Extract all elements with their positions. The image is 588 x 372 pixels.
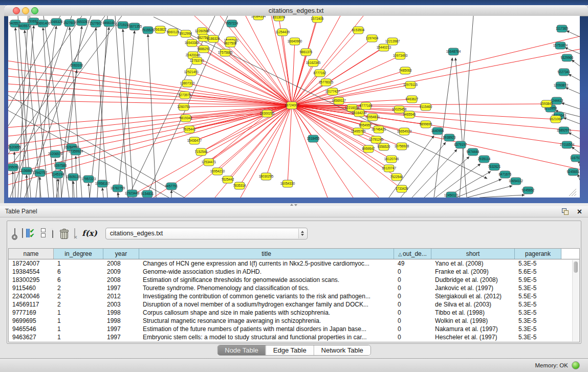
table-cell[interactable]: Genome-wide association studies in ADHD.: [139, 268, 394, 276]
table-row[interactable]: 977716911998Corpus callosum shape and si…: [9, 309, 579, 317]
select-all-icon[interactable]: ✔✔: [30, 229, 34, 238]
table-row[interactable]: 911546021997Tourette syndrome. Phenomeno…: [9, 284, 579, 292]
table-cell[interactable]: 1997: [103, 333, 139, 341]
table-cell[interactable]: 1: [54, 259, 103, 268]
table-row[interactable]: 969969511998Structural magnetic resonanc…: [9, 317, 579, 325]
table-cell[interactable]: 0: [394, 325, 431, 333]
table-cell[interactable]: 9699695: [9, 317, 54, 325]
table-row[interactable]: 1456911722003Disruption of a novel membe…: [9, 300, 579, 309]
column-header-pagerank[interactable]: pagerank: [515, 249, 561, 259]
table-cell[interactable]: 0: [394, 333, 431, 341]
table-cell[interactable]: Dudbridge et al. (2008): [431, 276, 515, 284]
column-header-title[interactable]: title: [139, 249, 394, 259]
column-header-name[interactable]: name: [9, 249, 54, 259]
table-cell[interactable]: 1: [54, 317, 103, 325]
tab-network-table[interactable]: Network Table: [314, 345, 371, 355]
vertical-scrollbar[interactable]: [572, 260, 579, 341]
table-cell[interactable]: 2: [54, 284, 103, 292]
table-row[interactable]: 946554611997Estimation of the future num…: [9, 325, 579, 333]
table-cell[interactable]: Franke et al. (2009): [431, 268, 515, 276]
scrollbar-thumb[interactable]: [574, 261, 578, 273]
table-row[interactable]: 2242004622012Investigating the contribut…: [9, 292, 579, 300]
table-cell[interactable]: 19384554: [9, 268, 54, 276]
delete-icon[interactable]: [60, 229, 68, 238]
table-cell[interactable]: 1: [54, 325, 103, 333]
new-document-icon[interactable]: [52, 229, 53, 238]
table-cell[interactable]: Structural magnetic resonance image aver…: [139, 317, 394, 325]
column-header-year[interactable]: year: [103, 249, 139, 259]
table-cell[interactable]: 1998: [103, 309, 139, 317]
table-cell[interactable]: 5.3E-5: [515, 325, 561, 333]
table-cell[interactable]: 18300295: [9, 276, 54, 284]
table-cell[interactable]: Disruption of a novel member of a sodium…: [139, 300, 394, 309]
table-cell[interactable]: 2: [54, 300, 103, 309]
table-cell[interactable]: 5.3E-5: [515, 284, 561, 292]
table-row[interactable]: 1872400712008Changes of HCN gene express…: [9, 259, 579, 268]
table-cell[interactable]: Hescheler et al. (1997): [431, 333, 515, 341]
table-cell[interactable]: 2003: [103, 300, 139, 309]
table-cell[interactable]: 5.3E-5: [515, 259, 561, 268]
resize-grip-icon[interactable]: [574, 194, 576, 196]
table-cell[interactable]: 9115460: [9, 284, 54, 292]
table-cell[interactable]: 0: [394, 268, 431, 276]
table-cell[interactable]: de Silva et al. (2003): [431, 300, 515, 309]
table-cell[interactable]: 2008: [103, 276, 139, 284]
column-header-in_degree[interactable]: in_degree: [54, 249, 103, 259]
column-header-short[interactable]: short: [431, 249, 515, 259]
deselect-all-icon[interactable]: [41, 228, 46, 238]
table-cell[interactable]: 6: [54, 276, 103, 284]
table-cell[interactable]: 9465546: [9, 325, 54, 333]
table-cell[interactable]: 0: [394, 300, 431, 309]
table-cell[interactable]: 1997: [103, 284, 139, 292]
table-settings-icon[interactable]: [14, 229, 15, 238]
table-cell[interactable]: 18724007: [9, 259, 54, 268]
table-cell[interactable]: Corpus callosum shape and size in male p…: [139, 309, 394, 317]
table-cell[interactable]: Estimation of the future numbers of pati…: [139, 325, 394, 333]
table-cell[interactable]: Tibbo et al. (1998): [431, 309, 515, 317]
table-cell[interactable]: 2009: [103, 268, 139, 276]
function-builder-icon[interactable]: f(x): [82, 229, 97, 238]
table-cell[interactable]: Changes of HCN gene expression and I(f) …: [139, 259, 394, 268]
column-select-icon[interactable]: [22, 229, 23, 238]
table-cell[interactable]: Investigating the contribution of common…: [139, 292, 394, 300]
close-panel-icon[interactable]: ×: [577, 207, 582, 217]
table-cell[interactable]: 1998: [103, 317, 139, 325]
table-cell[interactable]: 1: [54, 333, 103, 341]
table-cell[interactable]: 5.3E-5: [515, 333, 561, 341]
resize-grip-icon[interactable]: [572, 191, 576, 196]
table-row[interactable]: 1830029562008Estimation of significance …: [9, 276, 579, 284]
column-header-out_de[interactable]: △out_de...: [394, 249, 431, 259]
table-cell[interactable]: 5.3E-5: [515, 317, 561, 325]
table-cell[interactable]: Wolkin et al. (1998): [431, 317, 515, 325]
table-cell[interactable]: 14569117: [9, 300, 54, 309]
memory-ok-indicator-icon[interactable]: [572, 361, 580, 369]
table-cell[interactable]: Stergiakouli et al. (2012): [431, 292, 515, 300]
table-row[interactable]: 1938455462009Genome-wide association stu…: [9, 268, 579, 276]
table-cell[interactable]: Tourette syndrome. Phenomenology and cla…: [139, 284, 394, 292]
table-cell[interactable]: 5.9E-5: [515, 276, 561, 284]
table-cell[interactable]: 0: [394, 317, 431, 325]
tab-edge-table[interactable]: Edge Table: [266, 345, 314, 355]
table-cell[interactable]: 1997: [103, 325, 139, 333]
table-cell[interactable]: 2008: [103, 259, 139, 268]
table-cell[interactable]: 5.3E-5: [515, 309, 561, 317]
table-cell[interactable]: 1: [54, 309, 103, 317]
table-cell[interactable]: 6: [54, 268, 103, 276]
network-graph-canvas[interactable]: 9405571840557223069143069140610653281527…: [8, 16, 580, 198]
table-cell[interactable]: Jankovic et al. (1997): [431, 284, 515, 292]
table-cell[interactable]: 0: [394, 309, 431, 317]
table-cell[interactable]: Embryonic stem cells: a model to study s…: [139, 333, 394, 341]
table-cell[interactable]: Estimation of significance thresholds fo…: [139, 276, 394, 284]
table-cell[interactable]: 9777169: [9, 309, 54, 317]
table-cell[interactable]: 5.6E-5: [515, 268, 561, 276]
table-cell[interactable]: 0: [394, 284, 431, 292]
table-cell[interactable]: Nakamura et al. (1997): [431, 325, 515, 333]
table-row[interactable]: 946362711997Embryonic stem cells: a mode…: [9, 333, 579, 341]
table-cell[interactable]: 5.5E-5: [515, 292, 561, 300]
table-cell[interactable]: Yano et al. (2008): [431, 259, 515, 268]
float-panel-icon[interactable]: [562, 208, 569, 215]
table-cell[interactable]: 2012: [103, 292, 139, 300]
table-cell[interactable]: 5.3E-5: [515, 300, 561, 309]
tab-node-table[interactable]: Node Table: [217, 345, 266, 355]
table-cell[interactable]: 0: [394, 276, 431, 284]
